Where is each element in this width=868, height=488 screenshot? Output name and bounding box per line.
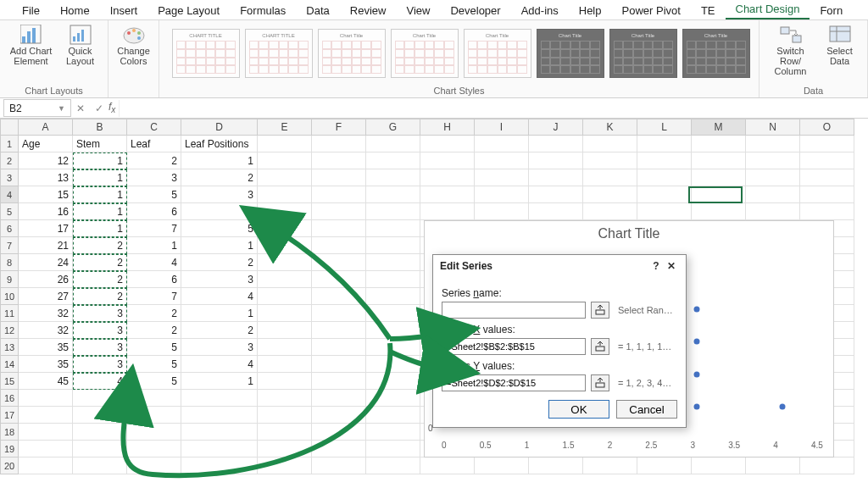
cell[interactable]	[312, 458, 366, 474]
row-header[interactable]: 12	[0, 322, 19, 339]
cell[interactable]: 1	[181, 305, 258, 322]
cell[interactable]: 35	[19, 339, 73, 356]
column-header[interactable]: A	[19, 119, 73, 136]
cell[interactable]: 13	[19, 169, 73, 186]
cell[interactable]	[366, 339, 420, 356]
switch-row-column-button[interactable]: Switch Row/ Column	[768, 24, 814, 76]
cell[interactable]	[420, 186, 475, 203]
cell[interactable]	[800, 136, 854, 152]
data-point[interactable]	[694, 371, 700, 377]
cell[interactable]	[19, 390, 73, 407]
cell[interactable]: 5	[127, 373, 181, 390]
cell[interactable]	[258, 322, 312, 339]
column-header[interactable]: C	[127, 119, 181, 136]
row-header[interactable]: 3	[0, 169, 19, 186]
ribbon-tab-data[interactable]: Data	[296, 2, 339, 19]
cell[interactable]	[181, 441, 258, 458]
cell[interactable]: 1	[73, 220, 127, 237]
cell[interactable]	[258, 271, 312, 288]
column-header[interactable]: L	[637, 119, 692, 136]
cell[interactable]	[366, 152, 420, 169]
cell[interactable]: 4	[181, 203, 258, 220]
column-header[interactable]: E	[258, 119, 312, 136]
add-chart-element-button[interactable]: Add Chart Element	[8, 24, 54, 66]
row-header[interactable]: 13	[0, 339, 19, 356]
row-header[interactable]: 14	[0, 356, 19, 373]
cell[interactable]	[420, 136, 475, 152]
cell[interactable]	[366, 254, 420, 271]
cell[interactable]	[312, 186, 366, 203]
enter-formula-icon[interactable]: ✓	[90, 103, 108, 114]
cell[interactable]	[800, 169, 854, 186]
row-header[interactable]: 1	[0, 136, 19, 152]
cell[interactable]: 1	[73, 152, 127, 169]
row-header[interactable]: 10	[0, 288, 19, 305]
cell[interactable]: 1	[73, 169, 127, 186]
chart-style-thumb[interactable]: Chart Title	[391, 29, 459, 78]
ribbon-tab-te[interactable]: TE	[691, 2, 726, 19]
cell[interactable]	[420, 203, 475, 220]
ribbon-tab-page-layout[interactable]: Page Layout	[147, 2, 230, 19]
cell[interactable]	[366, 356, 420, 373]
column-header[interactable]: G	[366, 119, 420, 136]
cell[interactable]: 2	[73, 237, 127, 254]
cell[interactable]	[637, 152, 692, 169]
cell[interactable]	[746, 203, 800, 220]
cell[interactable]: 1	[181, 152, 258, 169]
cell[interactable]: 12	[19, 152, 73, 169]
ribbon-tab-file[interactable]: File	[12, 2, 50, 19]
cell[interactable]: 6	[127, 203, 181, 220]
cell[interactable]	[475, 458, 529, 474]
row-header[interactable]: 4	[0, 186, 19, 203]
cell[interactable]	[312, 136, 366, 152]
cell[interactable]: 1	[181, 237, 258, 254]
cell[interactable]: 16	[19, 203, 73, 220]
cell[interactable]	[312, 152, 366, 169]
ribbon-tab-add-ins[interactable]: Add-ins	[511, 2, 569, 19]
cell[interactable]	[366, 288, 420, 305]
cell[interactable]	[746, 458, 800, 474]
chart-style-thumb[interactable]: Chart Title	[682, 29, 750, 78]
cell[interactable]	[366, 220, 420, 237]
cell[interactable]	[475, 203, 529, 220]
quick-layout-button[interactable]: Quick Layout	[61, 24, 100, 66]
cell[interactable]: 6	[127, 271, 181, 288]
cell[interactable]	[312, 203, 366, 220]
cell[interactable]: 4	[181, 356, 258, 373]
collapse-range-icon[interactable]	[591, 374, 609, 391]
series-name-input[interactable]	[442, 302, 586, 319]
cell[interactable]	[181, 390, 258, 407]
cell[interactable]: Leaf Positions	[181, 136, 258, 152]
cell[interactable]	[366, 169, 420, 186]
cell[interactable]	[312, 356, 366, 373]
cell[interactable]: 3	[127, 169, 181, 186]
cell[interactable]	[692, 152, 746, 169]
chart-title[interactable]: Chart Title	[425, 221, 833, 247]
cell[interactable]: 35	[19, 356, 73, 373]
cell[interactable]: 3	[73, 356, 127, 373]
cancel-formula-icon[interactable]: ✕	[71, 103, 90, 114]
cell[interactable]	[127, 424, 181, 441]
column-header[interactable]: H	[420, 119, 475, 136]
cell[interactable]	[73, 407, 127, 424]
cell[interactable]: 27	[19, 288, 73, 305]
help-icon[interactable]: ?	[648, 260, 664, 272]
data-point[interactable]	[694, 403, 700, 409]
cell[interactable]	[366, 136, 420, 152]
cell[interactable]: 7	[127, 288, 181, 305]
cell[interactable]: 45	[19, 373, 73, 390]
cell[interactable]	[746, 152, 800, 169]
cell[interactable]	[366, 390, 420, 407]
cell[interactable]	[420, 152, 475, 169]
column-header[interactable]: M	[692, 119, 746, 136]
cell[interactable]	[19, 441, 73, 458]
data-point[interactable]	[779, 403, 785, 409]
cell[interactable]	[366, 305, 420, 322]
cell[interactable]: 1	[127, 237, 181, 254]
cell[interactable]	[475, 169, 529, 186]
cell[interactable]	[258, 237, 312, 254]
cell[interactable]	[366, 203, 420, 220]
column-header[interactable]: N	[746, 119, 800, 136]
cell[interactable]	[181, 424, 258, 441]
cell[interactable]: 7	[127, 220, 181, 237]
